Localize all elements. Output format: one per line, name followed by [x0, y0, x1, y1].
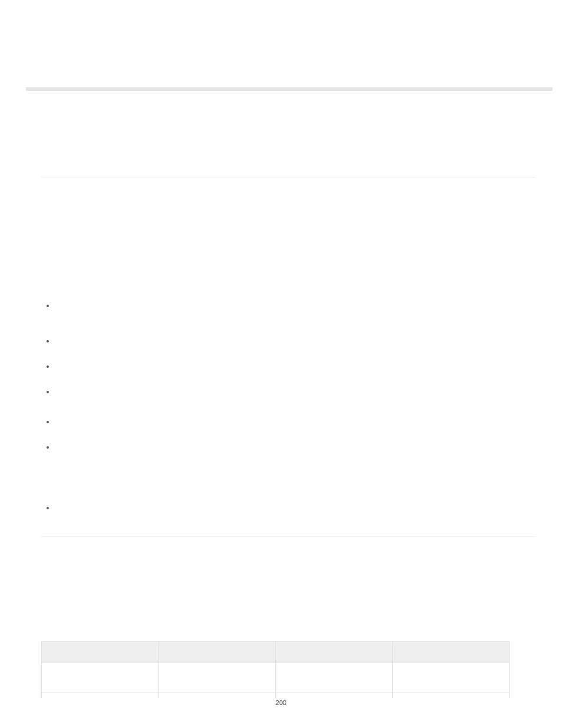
bullet-icon: [47, 391, 49, 393]
page-number: 200: [0, 699, 562, 706]
table-cell: [276, 663, 393, 693]
table-cell: [42, 693, 159, 699]
section-divider: [41, 177, 535, 177]
table-row-partial: [42, 693, 510, 699]
bullet-icon: [47, 340, 49, 342]
bullet-icon: [47, 507, 49, 509]
table-header-row: [42, 642, 510, 663]
bullet-icon: [47, 446, 49, 449]
table-cell: [276, 693, 393, 699]
table-cell: [392, 663, 510, 693]
table-cell: [158, 693, 276, 699]
table-header-cell: [158, 642, 276, 663]
top-band: [26, 87, 553, 91]
bullet-icon: [47, 365, 49, 368]
table-cell: [158, 663, 276, 693]
section-divider: [41, 536, 535, 537]
table-cell: [42, 663, 159, 693]
bullet-icon: [47, 421, 49, 423]
data-table: [41, 641, 510, 698]
bullet-icon: [47, 305, 49, 307]
table-header-cell: [42, 642, 159, 663]
table-cell: [392, 693, 510, 699]
table-header-cell: [276, 642, 393, 663]
table-row: [42, 663, 510, 693]
table-header-cell: [392, 642, 510, 663]
